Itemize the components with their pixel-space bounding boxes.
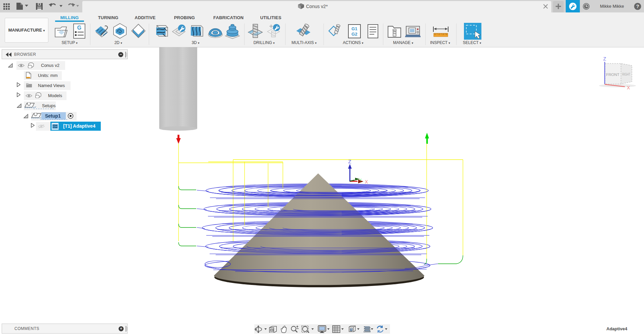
svg-text:FRONT: FRONT (606, 73, 619, 77)
svg-text:G2: G2 (351, 32, 357, 37)
svg-text:X: X (365, 179, 368, 184)
svg-text:G: G (77, 25, 81, 31)
svg-text:G1: G1 (351, 26, 357, 31)
svg-text:RIGHT: RIGHT (622, 73, 631, 76)
svg-text:Z: Z (603, 56, 606, 61)
svg-text:Y: Y (359, 178, 362, 182)
svg-text:Z: Z (348, 159, 351, 164)
svg-text:?: ? (636, 3, 639, 9)
svg-text:X: X (627, 85, 630, 90)
